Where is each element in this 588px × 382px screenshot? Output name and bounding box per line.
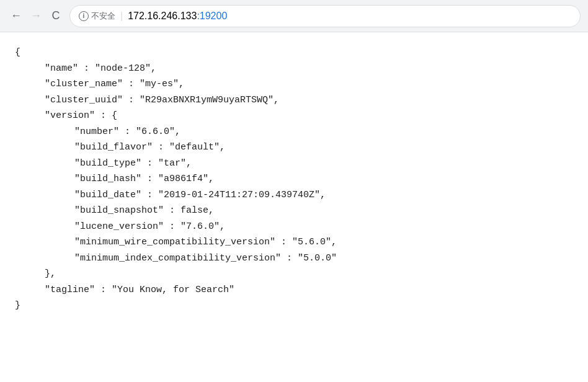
reload-button[interactable]: C (47, 7, 65, 25)
forward-button[interactable]: → (27, 7, 45, 25)
json-cluster-uuid: "cluster_uuid" : "R29axBNXR1ymW9uyaRTSWQ… (33, 92, 573, 109)
json-build-hash: "build_hash" : "a9861f4", (52, 171, 573, 187)
security-indicator: i 不安全 (79, 11, 115, 22)
url-divider: | (120, 11, 123, 22)
address-bar[interactable]: i 不安全 | 172.16.246.133:19200 (69, 5, 581, 27)
json-build-flavor: "build_flavor" : "default", (52, 140, 573, 156)
url-port: :19200 (197, 11, 227, 21)
json-min-wire: "minimum_wire_compatibility_version" : "… (52, 234, 573, 251)
json-lucene-version: "lucene_version" : "7.6.0", (52, 219, 573, 235)
json-cluster-name: "cluster_name" : "my-es", (33, 76, 573, 92)
json-name: "name" : "node-128", (33, 61, 573, 77)
info-icon: i (79, 11, 89, 21)
json-tagline: "tagline" : "You Know, for Search" (33, 282, 573, 298)
json-open-brace: { (15, 45, 573, 61)
json-content: { "name" : "node-128", "cluster_name" : … (0, 32, 588, 382)
json-build-type: "build_type" : "tar", (52, 156, 573, 172)
json-version-open: "version" : { (33, 108, 573, 124)
json-number: "number" : "6.6.0", (52, 124, 573, 140)
nav-buttons: ← → C (7, 7, 65, 25)
url-host: 172.16.246.133 (128, 11, 197, 21)
json-close-brace: } (15, 298, 573, 314)
back-button[interactable]: ← (7, 7, 25, 25)
json-build-snapshot: "build_snapshot" : false, (52, 203, 573, 219)
json-build-date: "build_date" : "2019-01-24T11:27:09.4397… (52, 187, 573, 203)
json-version-close: }, (33, 266, 573, 282)
browser-chrome: ← → C i 不安全 | 172.16.246.133:19200 (0, 0, 588, 32)
url-text: 172.16.246.133:19200 (128, 11, 227, 22)
security-label: 不安全 (91, 11, 115, 22)
json-min-index: "minimum_index_compatibility_version" : … (52, 251, 573, 267)
